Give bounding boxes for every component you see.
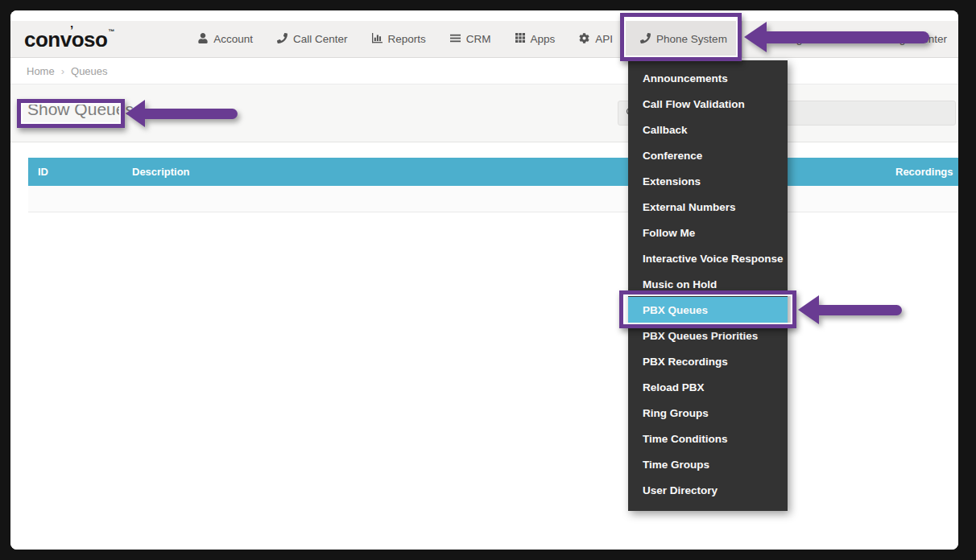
nav-item-crm[interactable]: CRM xyxy=(438,21,503,57)
nav-item-apps[interactable]: Apps xyxy=(503,21,568,57)
nav-item-call-center[interactable]: Call Center xyxy=(265,21,360,57)
nav-menu: Account Call Center Reports CRM xyxy=(186,21,947,57)
phone-icon xyxy=(277,33,287,46)
menu-item-interactive-voice-response[interactable]: Interactive Voice Response xyxy=(628,245,788,271)
nav-item-label: Knowledge Center xyxy=(858,33,947,45)
menu-item-ring-groups[interactable]: Ring Groups xyxy=(628,400,788,426)
nav-item-reports[interactable]: Reports xyxy=(360,21,438,57)
nav-item-label: API xyxy=(595,33,613,45)
nav-item-switch-agent[interactable]: Switch Agent xyxy=(742,21,829,57)
nav-item-label: Reports xyxy=(388,33,426,45)
menu-item-reload-pbx[interactable]: Reload PBX xyxy=(628,374,788,400)
logo-trademark: ™ xyxy=(108,28,114,35)
breadcrumb-home[interactable]: Home xyxy=(27,65,55,77)
nav-item-knowledge-center[interactable]: Knowledge Center xyxy=(829,21,947,57)
column-header-recordings[interactable]: Recordings xyxy=(895,166,958,178)
main-content: ID Description Recordings xyxy=(10,158,958,550)
menu-item-time-groups[interactable]: Time Groups xyxy=(628,451,788,477)
menu-item-music-on-hold[interactable]: Music on Hold xyxy=(628,271,788,297)
breadcrumb-queues: Queues xyxy=(71,65,108,77)
nav-item-phone-system[interactable]: Phone System xyxy=(625,21,742,57)
table-header-row: ID Description Recordings xyxy=(28,158,958,186)
breadcrumb-separator: › xyxy=(61,65,64,77)
nav-item-label: CRM xyxy=(466,33,491,45)
menu-item-callback[interactable]: Callback xyxy=(628,117,788,142)
bar-chart-icon xyxy=(372,33,383,46)
menu-item-call-flow-validation[interactable]: Call Flow Validation xyxy=(628,91,788,117)
convoso-logo[interactable]: convoso™ ’ xyxy=(24,29,114,50)
nav-item-api[interactable]: API xyxy=(567,21,625,57)
menu-item-follow-me[interactable]: Follow Me xyxy=(628,220,788,245)
menu-item-user-directory[interactable]: User Directory xyxy=(628,477,788,503)
menu-item-pbx-queues[interactable]: PBX Queues xyxy=(628,297,788,323)
logo-text: convoso xyxy=(24,27,107,51)
top-navbar: convoso™ ’ Account Call Center Report xyxy=(10,21,958,58)
queues-table: ID Description Recordings xyxy=(28,158,958,212)
column-header-id[interactable]: ID xyxy=(28,166,132,178)
phone-system-dropdown: Announcements Call Flow Validation Callb… xyxy=(628,60,788,511)
phone-icon xyxy=(640,33,651,46)
nav-item-label: Apps xyxy=(531,33,556,45)
menu-item-pbx-recordings[interactable]: PBX Recordings xyxy=(628,348,788,374)
menu-item-announcements[interactable]: Announcements xyxy=(628,65,788,91)
menu-item-external-numbers[interactable]: External Numbers xyxy=(628,194,788,220)
nav-item-label: Call Center xyxy=(293,33,348,45)
menu-item-conference[interactable]: Conference xyxy=(628,142,788,168)
breadcrumb: Home › Queues xyxy=(10,58,958,84)
nav-item-label: Account xyxy=(213,33,253,45)
nav-item-label: Phone System xyxy=(656,33,727,45)
app-window: convoso™ ’ Account Call Center Report xyxy=(10,10,958,550)
nav-item-account[interactable]: Account xyxy=(186,21,265,57)
page-title: Show Queues xyxy=(27,100,134,119)
nav-item-label: Switch Agent xyxy=(755,33,817,45)
menu-item-time-conditions[interactable]: Time Conditions xyxy=(628,426,788,451)
table-empty-row xyxy=(28,186,958,212)
page-toolbar: Show Queues xyxy=(10,84,958,142)
logo-accent-mark: ’ xyxy=(70,23,73,35)
menu-item-extensions[interactable]: Extensions xyxy=(628,168,788,194)
window-top-strip xyxy=(10,10,958,21)
grid-icon xyxy=(515,33,525,45)
list-icon xyxy=(450,33,461,46)
menu-item-pbx-queues-priorities[interactable]: PBX Queues Priorities xyxy=(628,323,788,348)
lightbulb-icon xyxy=(842,32,852,46)
user-icon xyxy=(198,33,208,46)
gear-icon xyxy=(579,33,589,46)
